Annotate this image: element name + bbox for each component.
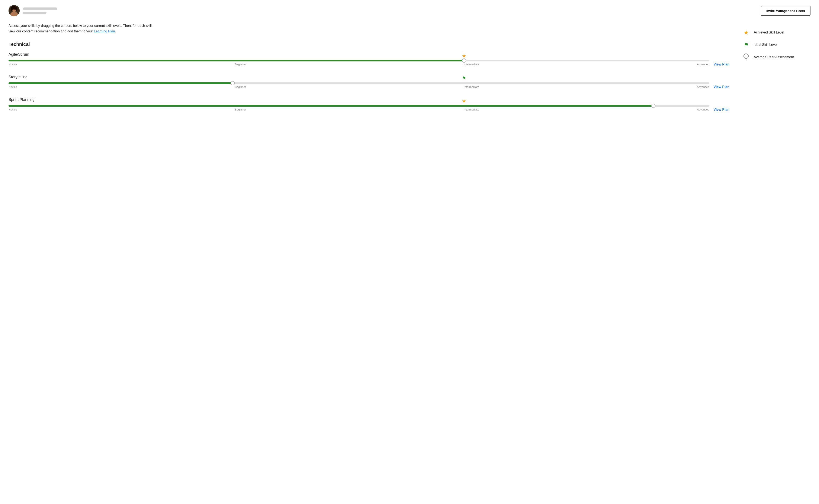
user-profile-area	[9, 5, 57, 16]
slider-container-agile: ★	[9, 60, 709, 61]
legend-star-icon: ★	[742, 29, 750, 36]
legend-item-achieved: ★ Achieved Skill Level	[742, 29, 810, 36]
skill-body: Agile/Scrum ★ Novice Beginner	[9, 52, 709, 66]
skill-item-storytelling: Storytelling ⚑ Novice Beginner	[9, 75, 729, 89]
slider-fill	[9, 105, 653, 107]
slider-container-sprint: ★	[9, 105, 709, 107]
skill-name: Storytelling	[9, 75, 709, 79]
slider-thumb[interactable]	[462, 58, 466, 63]
legend-pin-icon	[742, 53, 750, 61]
legend-section: ★ Achieved Skill Level ⚑ Ideal Skill Lev…	[742, 23, 810, 120]
user-role-placeholder	[23, 12, 46, 14]
skill-item-sprint-planning: Sprint Planning ★ Novice Beginner	[9, 97, 729, 112]
label-novice: Novice	[9, 108, 17, 111]
invite-manager-peers-button[interactable]: Invite Manager and Peers	[761, 6, 810, 16]
skill-row: Agile/Scrum ★ Novice Beginner	[9, 52, 729, 66]
label-intermediate: Intermediate	[464, 108, 479, 111]
main-layout: Assess your skills by dragging the curso…	[9, 23, 810, 120]
skill-name: Agile/Scrum	[9, 52, 709, 57]
label-advanced: Advanced	[697, 108, 709, 111]
legend-items: ★ Achieved Skill Level ⚑ Ideal Skill Lev…	[742, 29, 810, 61]
skills-section: Assess your skills by dragging the curso…	[9, 23, 742, 120]
legend-item-ideal: ⚑ Ideal Skill Level	[742, 41, 810, 49]
avatar	[9, 5, 20, 16]
skill-body: Storytelling ⚑ Novice Beginner	[9, 75, 709, 89]
skill-labels: Novice Beginner Intermediate Advanced	[9, 85, 709, 89]
description-text: Assess your skills by dragging the curso…	[9, 23, 154, 34]
slider-track[interactable]	[9, 82, 709, 84]
slider-thumb[interactable]	[651, 104, 655, 108]
slider-thumb[interactable]	[231, 81, 235, 85]
slider-track[interactable]	[9, 105, 709, 107]
category-title-technical: Technical	[9, 42, 729, 47]
description-period: .	[115, 29, 116, 33]
label-beginner: Beginner	[235, 108, 246, 111]
view-plan-link-storytelling[interactable]: View Plan	[714, 75, 729, 89]
skill-labels: Novice Beginner Intermediate Advanced	[9, 108, 709, 111]
skill-body: Sprint Planning ★ Novice Beginner	[9, 97, 709, 111]
label-intermediate: Intermediate	[464, 85, 479, 89]
page-header: Invite Manager and Peers	[9, 5, 810, 16]
svg-point-6	[744, 54, 748, 58]
legend-label-achieved: Achieved Skill Level	[754, 31, 784, 34]
user-name-placeholder	[23, 7, 57, 10]
flag-indicator-storytelling: ⚑	[462, 76, 466, 81]
label-novice: Novice	[9, 63, 17, 66]
learning-plan-link[interactable]: Learning Plan	[94, 29, 115, 33]
slider-track[interactable]	[9, 60, 709, 61]
star-indicator-agile: ★	[462, 53, 466, 59]
label-intermediate: Intermediate	[464, 63, 479, 66]
legend-item-peer: Average Peer Assessment	[742, 53, 810, 61]
slider-container-storytelling: ⚑	[9, 82, 709, 84]
skill-item-agile-scrum: Agile/Scrum ★ Novice Beginner	[9, 52, 729, 66]
slider-fill	[9, 82, 233, 84]
label-advanced: Advanced	[697, 85, 709, 89]
star-icon: ★	[462, 53, 466, 59]
legend-flag-icon: ⚑	[742, 41, 750, 49]
skill-row: Storytelling ⚑ Novice Beginner	[9, 75, 729, 89]
slider-fill	[9, 60, 464, 61]
star-indicator-sprint: ★	[462, 98, 466, 104]
label-beginner: Beginner	[235, 63, 246, 66]
flag-icon: ⚑	[462, 76, 466, 81]
skill-labels: Novice Beginner Intermediate Advanced	[9, 63, 709, 66]
label-novice: Novice	[9, 85, 17, 89]
svg-point-5	[15, 7, 17, 11]
label-advanced: Advanced	[697, 63, 709, 66]
skill-row: Sprint Planning ★ Novice Beginner	[9, 97, 729, 112]
label-beginner: Beginner	[235, 85, 246, 89]
user-info	[23, 7, 57, 14]
legend-label-ideal: Ideal Skill Level	[754, 43, 777, 47]
view-plan-link-sprint[interactable]: View Plan	[714, 97, 729, 112]
star-icon: ★	[462, 98, 466, 104]
skill-name: Sprint Planning	[9, 97, 709, 102]
view-plan-link-agile[interactable]: View Plan	[714, 52, 729, 66]
legend-label-peer: Average Peer Assessment	[754, 55, 794, 59]
svg-point-4	[11, 7, 13, 11]
